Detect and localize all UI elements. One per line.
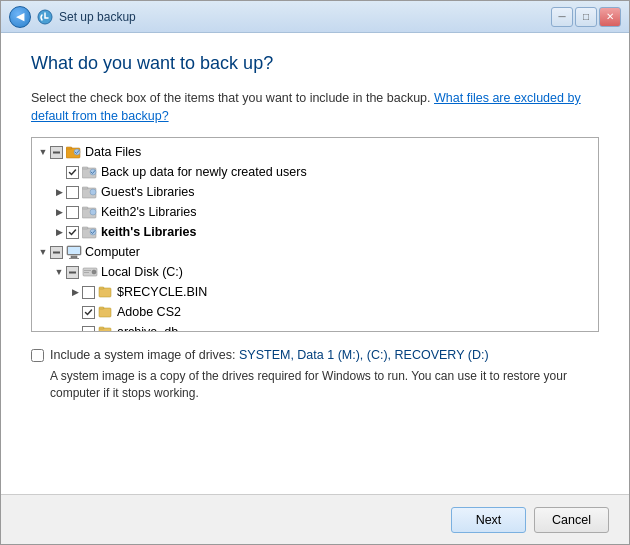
maximize-button[interactable]: □ xyxy=(575,7,597,27)
expander-local-disk-c[interactable]: ▼ xyxy=(52,265,66,279)
checkbox-keith2-libraries[interactable] xyxy=(66,206,79,219)
svg-point-10 xyxy=(90,189,96,195)
svg-rect-9 xyxy=(82,187,88,189)
checkbox-guests-libraries[interactable] xyxy=(66,186,79,199)
minimize-button[interactable]: ─ xyxy=(551,7,573,27)
tree-item-recycle-bin[interactable]: ▶ $RECYCLE.BIN xyxy=(32,282,598,302)
checkbox-archive-db[interactable] xyxy=(82,326,95,333)
svg-rect-15 xyxy=(82,227,88,229)
svg-rect-20 xyxy=(71,256,77,258)
tree-item-keiths-libraries[interactable]: ▶ keith's Libraries xyxy=(32,222,598,242)
cancel-button[interactable]: Cancel xyxy=(534,507,609,533)
system-image-description: A system image is a copy of the drives r… xyxy=(50,368,599,403)
system-image-label: Include a system image of drives: SYSTEM… xyxy=(50,348,489,362)
expander-keith2-libraries[interactable]: ▶ xyxy=(52,205,66,219)
backup-new-users-icon xyxy=(82,164,98,180)
expander-computer[interactable]: ▼ xyxy=(36,245,50,259)
svg-rect-28 xyxy=(99,287,104,289)
checkbox-keiths-libraries[interactable] xyxy=(66,226,79,239)
system-image-drives: SYSTEM, Data 1 (M:), (C:), RECOVERY (D:) xyxy=(239,348,489,362)
system-image-label-prefix: Include a system image of drives: xyxy=(50,348,236,362)
svg-rect-22 xyxy=(69,271,76,273)
expander-keiths-libraries[interactable]: ▶ xyxy=(52,225,66,239)
description-text: Select the check box of the items that y… xyxy=(31,90,599,125)
label-data-files: Data Files xyxy=(85,145,141,159)
recycle-bin-icon xyxy=(98,284,114,300)
tree-item-guests-libraries[interactable]: ▶ Guest's Libraries xyxy=(32,182,598,202)
system-image-checkbox-row: Include a system image of drives: SYSTEM… xyxy=(31,348,599,362)
svg-point-13 xyxy=(90,209,96,215)
checkbox-data-files[interactable] xyxy=(50,146,63,159)
local-disk-c-icon xyxy=(82,264,98,280)
svg-rect-29 xyxy=(99,308,111,317)
svg-rect-1 xyxy=(53,151,60,153)
tree-item-keith2-libraries[interactable]: ▶ Keith2's Libraries xyxy=(32,202,598,222)
tree-inner: ▼ Data Files xyxy=(32,138,598,332)
expander-guests-libraries[interactable]: ▶ xyxy=(52,185,66,199)
label-adobe-cs2: Adobe CS2 xyxy=(117,305,181,319)
page-title: What do you want to back up? xyxy=(31,53,599,74)
archive-db-icon xyxy=(98,324,114,332)
title-bar-controls: ─ □ ✕ xyxy=(551,7,621,27)
expander-data-files[interactable]: ▼ xyxy=(36,145,50,159)
guests-libraries-icon xyxy=(82,184,98,200)
svg-rect-12 xyxy=(82,207,88,209)
computer-icon xyxy=(66,244,82,260)
svg-rect-21 xyxy=(69,258,79,259)
tree-item-adobe-cs2[interactable]: ▶ Adobe CS2 xyxy=(32,302,598,322)
checkbox-computer[interactable] xyxy=(50,246,63,259)
system-image-checkbox[interactable] xyxy=(31,349,44,362)
svg-rect-17 xyxy=(53,251,60,253)
svg-point-24 xyxy=(92,270,96,274)
next-button[interactable]: Next xyxy=(451,507,526,533)
checkbox-local-disk-c[interactable] xyxy=(66,266,79,279)
svg-rect-30 xyxy=(99,307,104,309)
main-content: What do you want to back up? Select the … xyxy=(1,33,629,494)
description-text-1: Select the check box of the items that y… xyxy=(31,91,431,105)
svg-rect-19 xyxy=(68,247,80,254)
tree-item-data-files[interactable]: ▼ Data Files xyxy=(32,142,598,162)
label-local-disk-c: Local Disk (C:) xyxy=(101,265,183,279)
system-image-section: Include a system image of drives: SYSTEM… xyxy=(31,348,599,403)
keiths-libraries-icon xyxy=(82,224,98,240)
label-backup-new-users: Back up data for newly created users xyxy=(101,165,307,179)
svg-rect-26 xyxy=(84,272,89,273)
svg-rect-25 xyxy=(84,270,91,271)
title-bar: ◀ Set up backup ─ □ ✕ xyxy=(1,1,629,33)
svg-rect-32 xyxy=(99,327,104,329)
keith2-libraries-icon xyxy=(82,204,98,220)
footer: Next Cancel xyxy=(1,494,629,544)
label-guests-libraries: Guest's Libraries xyxy=(101,185,194,199)
title-bar-left: ◀ Set up backup xyxy=(9,6,551,28)
label-keiths-libraries: keith's Libraries xyxy=(101,225,196,239)
label-computer: Computer xyxy=(85,245,140,259)
main-window: ◀ Set up backup ─ □ ✕ What do you want t… xyxy=(0,0,630,545)
tree-item-backup-new-users[interactable]: ▶ Back up data for newly created users xyxy=(32,162,598,182)
svg-rect-6 xyxy=(82,167,88,169)
title-bar-text: Set up backup xyxy=(59,10,136,24)
checkbox-recycle-bin[interactable] xyxy=(82,286,95,299)
tree-item-computer[interactable]: ▼ Computer xyxy=(32,242,598,262)
tree-item-local-disk-c[interactable]: ▼ Local Disk (C:) xyxy=(32,262,598,282)
svg-rect-27 xyxy=(99,288,111,297)
checkbox-backup-new-users[interactable] xyxy=(66,166,79,179)
expander-recycle-bin[interactable]: ▶ xyxy=(68,285,82,299)
svg-rect-3 xyxy=(66,147,72,149)
checkbox-adobe-cs2[interactable] xyxy=(82,306,95,319)
label-archive-db: archive_db xyxy=(117,325,178,332)
label-keith2-libraries: Keith2's Libraries xyxy=(101,205,197,219)
back-button[interactable]: ◀ xyxy=(9,6,31,28)
close-button[interactable]: ✕ xyxy=(599,7,621,27)
data-files-icon xyxy=(66,144,82,160)
backup-tree[interactable]: ▼ Data Files xyxy=(31,137,599,332)
label-recycle-bin: $RECYCLE.BIN xyxy=(117,285,207,299)
backup-icon xyxy=(37,9,53,25)
adobe-cs2-icon xyxy=(98,304,114,320)
tree-item-archive-db[interactable]: ▶ archive_db xyxy=(32,322,598,332)
